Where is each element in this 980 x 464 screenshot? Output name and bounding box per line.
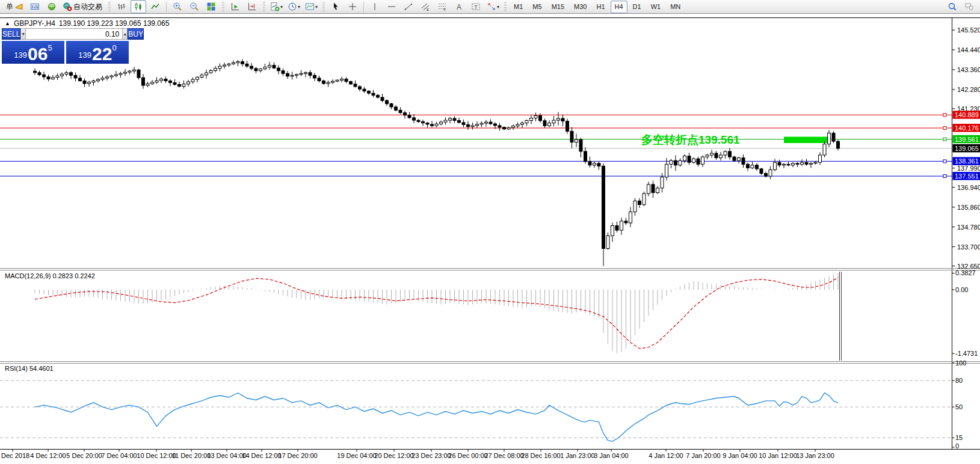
price-tick-label: 134.780: [957, 224, 980, 231]
rsi-axis-label: 0: [955, 442, 959, 450]
candle-body: [720, 155, 723, 158]
cursor-button[interactable]: [328, 0, 344, 13]
trendline-button[interactable]: [401, 0, 416, 13]
autotrading-button[interactable]: 自动交易: [61, 0, 105, 13]
horizontal-line-button[interactable]: [384, 0, 399, 13]
pivot-annotation-text[interactable]: 多空转折点139.561: [641, 133, 740, 146]
candle-body: [368, 91, 371, 93]
highlight-rectangle-object[interactable]: [784, 137, 828, 144]
line-handle[interactable]: [943, 160, 946, 163]
price-tick-label: 133.700: [957, 243, 980, 251]
candle-body: [354, 84, 357, 87]
line-handle[interactable]: [943, 126, 946, 129]
collapse-marker-icon[interactable]: ▲: [5, 20, 10, 26]
time-tick-label: 4 Jan 12:00: [649, 452, 683, 459]
text-button[interactable]: A: [451, 0, 467, 13]
sell-price-big: 06: [28, 46, 48, 62]
candle-body: [43, 75, 46, 77]
volume-input[interactable]: [26, 28, 122, 40]
sell-price-box[interactable]: 139 06 5: [2, 41, 64, 64]
rsi-axis-label: 100: [955, 359, 966, 367]
chart-line-button[interactable]: [147, 0, 163, 13]
candle-body: [534, 115, 537, 118]
candle-body: [205, 73, 208, 75]
fibonacci-button[interactable]: F: [434, 0, 450, 13]
line-handle[interactable]: [943, 175, 946, 178]
chart-shift-button[interactable]: [244, 0, 260, 13]
candle-body: [633, 201, 636, 212]
timeframe-m1-button[interactable]: M1: [510, 1, 527, 13]
line-handle[interactable]: [943, 114, 946, 117]
new-order-button[interactable]: 单: [3, 0, 26, 13]
timeframe-w1-button[interactable]: W1: [647, 1, 665, 13]
channel-button[interactable]: E: [418, 0, 433, 13]
chart-canvas[interactable]: 145.520144.440143.360142.280141.230137.9…: [0, 0, 980, 464]
volume-increase-button[interactable]: ▲: [122, 28, 128, 40]
time-tick-label: 26 Dec 00:00: [448, 452, 487, 459]
chart-bars-button[interactable]: [114, 0, 129, 13]
candlestick-series: [34, 59, 840, 266]
line-handle[interactable]: [943, 138, 946, 141]
zoom-out-button[interactable]: [186, 0, 202, 13]
candle-body: [683, 156, 686, 161]
candle-body: [539, 115, 542, 120]
timeframe-mn-button[interactable]: MN: [666, 1, 685, 13]
timeframe-h1-button[interactable]: H1: [592, 1, 609, 13]
candle-body: [313, 75, 316, 78]
label-button[interactable]: T: [468, 0, 484, 13]
timeframe-d1-button[interactable]: D1: [629, 1, 646, 13]
templates-icon: [305, 2, 315, 11]
vertical-line-button[interactable]: [367, 0, 383, 13]
timeframe-h4-button[interactable]: H4: [611, 1, 627, 13]
candle-body: [692, 159, 695, 162]
toolbar-drag-handle[interactable]: [504, 2, 507, 12]
chevron-down-icon[interactable]: ▾: [315, 4, 318, 10]
candle-body: [584, 151, 587, 162]
arrows-button[interactable]: ▾: [485, 0, 501, 13]
timeframe-m15-button[interactable]: M15: [547, 1, 569, 13]
candle-body: [182, 84, 185, 87]
chart-candles-button[interactable]: [131, 0, 146, 13]
crosshair-button[interactable]: [345, 0, 360, 13]
toolbar-drag-handle[interactable]: [222, 2, 224, 12]
tile-windows-button[interactable]: [203, 0, 219, 13]
buy-button[interactable]: BUY: [128, 28, 144, 40]
time-tick-label: 3 Jan 04:00: [594, 452, 629, 459]
sell-button[interactable]: SELL: [2, 28, 20, 40]
candle-body: [819, 155, 822, 162]
candle-body: [218, 66, 221, 69]
toolbar-drag-handle[interactable]: [108, 2, 111, 12]
search-button[interactable]: [945, 0, 960, 13]
price-tick-label: 137.990: [957, 165, 980, 172]
candle-body: [363, 89, 366, 91]
candle-body: [615, 225, 618, 230]
candle-body: [399, 110, 402, 112]
auto-scroll-button[interactable]: [227, 0, 243, 13]
periods-button[interactable]: ▾: [286, 0, 302, 13]
timeframe-m30-button[interactable]: M30: [570, 1, 591, 13]
timeframe-m5-button[interactable]: M5: [528, 1, 546, 13]
candle-body: [579, 139, 582, 151]
charts-window-button[interactable]: [27, 0, 43, 13]
toolbar-drag-handle[interactable]: [322, 2, 325, 12]
buy-price-box[interactable]: 139 22 0: [66, 41, 129, 64]
candle-body: [647, 185, 650, 194]
candle-body: [200, 75, 203, 78]
zoom-in-button[interactable]: [170, 0, 185, 13]
templates-button[interactable]: ▾: [303, 0, 319, 13]
chevron-down-icon[interactable]: ▾: [497, 4, 499, 10]
candle-body: [557, 118, 560, 120]
chevron-down-icon[interactable]: ▾: [298, 4, 300, 10]
candle-body: [241, 61, 244, 64]
volume-decrease-button[interactable]: ▼: [20, 28, 26, 40]
chat-icon: [964, 2, 974, 11]
candle-body: [643, 194, 646, 204]
time-axis[interactable]: 3 Dec 20184 Dec 12:005 Dec 20:007 Dec 04…: [0, 450, 834, 460]
signals-button[interactable]: [44, 0, 60, 13]
chevron-down-icon[interactable]: ▾: [280, 4, 283, 10]
indicators-button[interactable]: ▾: [268, 0, 285, 13]
candle-body: [74, 75, 77, 78]
toolbar-drag-handle[interactable]: [263, 2, 265, 12]
chat-button[interactable]: [961, 0, 977, 13]
candle-body: [561, 118, 564, 121]
